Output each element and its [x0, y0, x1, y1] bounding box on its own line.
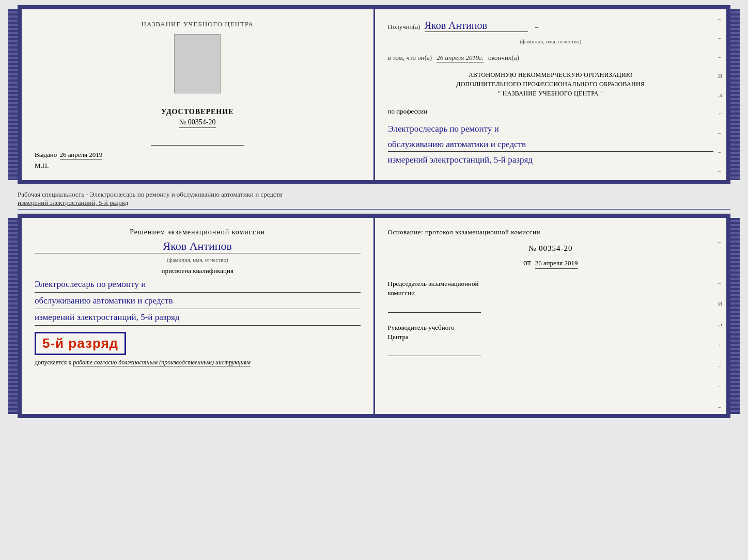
right-decoration-bottom: –––И,а←–––	[718, 238, 724, 410]
mp-section: М.П.	[35, 162, 361, 170]
udostoverenie-number: № 00354-20	[179, 118, 216, 128]
rukovoditel-line1: Руководитель учебного	[388, 323, 714, 332]
dopuskaetsya-italic: работе согласно должностным (производств…	[73, 359, 251, 366]
dopuskaetsya-block: допускается к работе согласно должностны…	[35, 358, 361, 367]
bottom-right-page: Основание: протокол экзаменационной коми…	[375, 218, 727, 414]
osnovanie-text: Основание: протокол экзаменационной коми…	[388, 228, 714, 236]
razryad-text: 5-й разряд	[42, 335, 118, 351]
org-line2: ДОПОЛНИТЕЛЬНОГО ПРОФЕССИОНАЛЬНОГО ОБРАЗО…	[388, 79, 714, 89]
bottom-left-page: Решением экзаменационной комиссии Яков А…	[22, 218, 375, 414]
fio-label-top: (фамилия, имя, отчество)	[388, 38, 714, 44]
profession-block: Электрослесарь по ремонту и обслуживанию…	[388, 121, 714, 167]
predsedatel-signature-line	[388, 302, 481, 313]
middle-line1: Рабочая специальность - Электрослесарь п…	[18, 190, 730, 199]
vtom-prefix: в том, что он(а)	[388, 54, 432, 61]
org-line1: АВТОНОМНУЮ НЕКОММЕРЧЕСКУЮ ОРГАНИЗАЦИЮ	[388, 70, 714, 79]
center-title: НАЗВАНИЕ УЧЕБНОГО ЦЕНТРА	[142, 20, 254, 29]
vydano-section: Выдано 26 апреля 2019	[35, 151, 361, 159]
photo-placeholder	[174, 34, 221, 93]
ot-date-wrapper: от 26 апреля 2019	[388, 258, 714, 269]
protocol-number: № 00354-20	[388, 244, 714, 253]
predsedatel-line1: Председатель экзаменационной	[388, 279, 714, 289]
poluchil-prefix: Получил(а)	[388, 23, 420, 31]
qual-line3: измерений электростанций, 5-й разряд	[35, 310, 361, 326]
po-professii-label: по профессии	[388, 107, 714, 116]
qualification-block: Электрослесарь по ремонту и обслуживанию…	[35, 277, 361, 326]
ot-prefix: от	[523, 258, 531, 267]
udostoverenie-section: УДОСТОВЕРЕНИЕ № 00354-20	[161, 108, 233, 128]
profession-line1: Электрослесарь по ремонту и	[388, 122, 714, 136]
predsedatel-text: Председатель экзаменационной комиссии	[388, 279, 714, 312]
middle-line2: измерений электростанций, 5-й разряд	[18, 199, 730, 207]
bottom-certificate-book: Решением экзаменационной комиссии Яков А…	[18, 214, 730, 418]
profession-line3: измерений электростанций, 5-й разряд	[388, 153, 714, 167]
vydano-date: 26 апреля 2019	[60, 151, 103, 159]
middle-text: Рабочая специальность - Электрослесарь п…	[18, 188, 730, 210]
qual-line1: Электрослесарь по ремонту и	[35, 277, 361, 293]
cert-right-page: Получил(а) Яков Антипов – (фамилия, имя,…	[375, 9, 727, 180]
resheniem-title: Решением экзаменационной комиссии	[35, 228, 361, 236]
vydano-label: Выдано	[35, 151, 57, 158]
rukovoditel-line2: Центра	[388, 332, 714, 342]
rukovoditel-text: Руководитель учебного Центра	[388, 323, 714, 356]
dopuskaetsya-prefix: допускается к	[35, 359, 71, 366]
vtom-line: в том, что он(а) 26 апреля 2019г. окончи…	[388, 54, 714, 62]
prisvoena-label: присвоена квалификация	[35, 267, 361, 275]
razryad-badge: 5-й разряд	[35, 332, 126, 355]
vtom-date: 26 апреля 2019г.	[437, 54, 483, 62]
rukovoditel-signature-line	[388, 346, 481, 356]
photo-and-cert: УДОСТОВЕРЕНИЕ № 00354-20	[151, 29, 244, 146]
recipient-name: Яков Антипов	[425, 20, 528, 32]
org-block: АВТОНОМНУЮ НЕКОММЕРЧЕСКУЮ ОРГАНИЗАЦИЮ ДО…	[388, 70, 714, 98]
org-line3: " НАЗВАНИЕ УЧЕБНОГО ЦЕНТРА "	[388, 89, 714, 98]
top-certificate-book: НАЗВАНИЕ УЧЕБНОГО ЦЕНТРА УДОСТОВЕРЕНИЕ №…	[18, 5, 730, 184]
udostoverenie-title: УДОСТОВЕРЕНИЕ	[161, 108, 233, 116]
ot-date: 26 апреля 2019	[535, 259, 578, 269]
profession-line2: обслуживанию автоматики и средств	[388, 137, 714, 152]
okoncil-label: окончил(а)	[488, 54, 519, 61]
cert-left-page: НАЗВАНИЕ УЧЕБНОГО ЦЕНТРА УДОСТОВЕРЕНИЕ №…	[22, 9, 375, 180]
poluchil-row: Получил(а) Яков Антипов –	[388, 20, 714, 32]
vydano-mp-section: Выдано 26 апреля 2019 М.П.	[35, 146, 361, 170]
document-container: НАЗВАНИЕ УЧЕБНОГО ЦЕНТРА УДОСТОВЕРЕНИЕ №…	[18, 5, 730, 418]
fio-label-bottom: (фамилия, имя, отчество)	[35, 257, 361, 263]
bottom-name: Яков Антипов	[35, 239, 361, 253]
right-decoration: –––И,а←–––	[718, 9, 724, 180]
qual-line2: обслуживанию автоматики и средств	[35, 294, 361, 309]
predsedatel-line2: комиссии	[388, 289, 714, 298]
